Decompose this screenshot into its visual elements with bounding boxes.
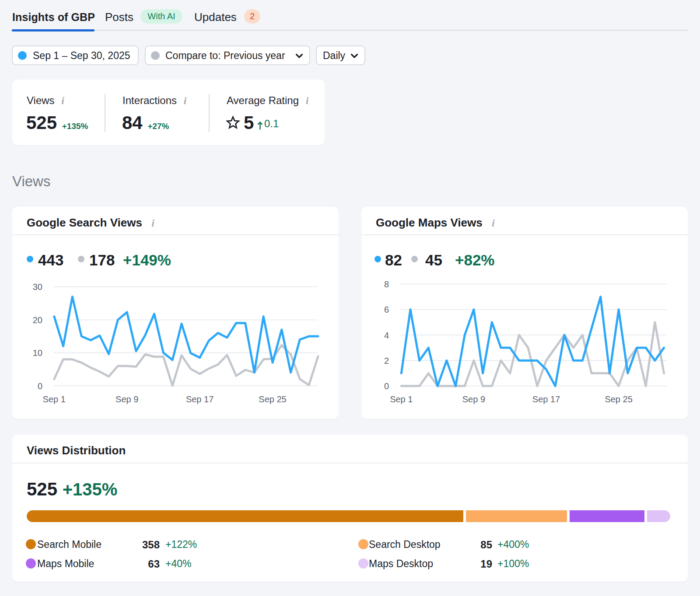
svg-text:2: 2 (384, 356, 389, 366)
svg-text:Sep 9: Sep 9 (116, 394, 138, 404)
svg-text:Sep 17: Sep 17 (186, 394, 214, 404)
svg-text:Sep 9: Sep 9 (462, 394, 485, 404)
svg-text:Sep 25: Sep 25 (259, 394, 286, 404)
svg-text:4: 4 (384, 331, 389, 340)
svg-text:10: 10 (33, 348, 42, 358)
svg-text:0: 0 (38, 381, 42, 391)
svg-text:Sep 1: Sep 1 (43, 394, 66, 404)
svg-text:6: 6 (384, 305, 389, 314)
svg-text:Sep 17: Sep 17 (532, 394, 560, 404)
svg-text:0: 0 (384, 381, 389, 391)
svg-text:8: 8 (384, 279, 389, 289)
svg-text:Sep 1: Sep 1 (390, 394, 413, 404)
svg-text:30: 30 (33, 282, 42, 292)
svg-text:Sep 25: Sep 25 (605, 394, 632, 404)
svg-text:20: 20 (33, 315, 42, 325)
